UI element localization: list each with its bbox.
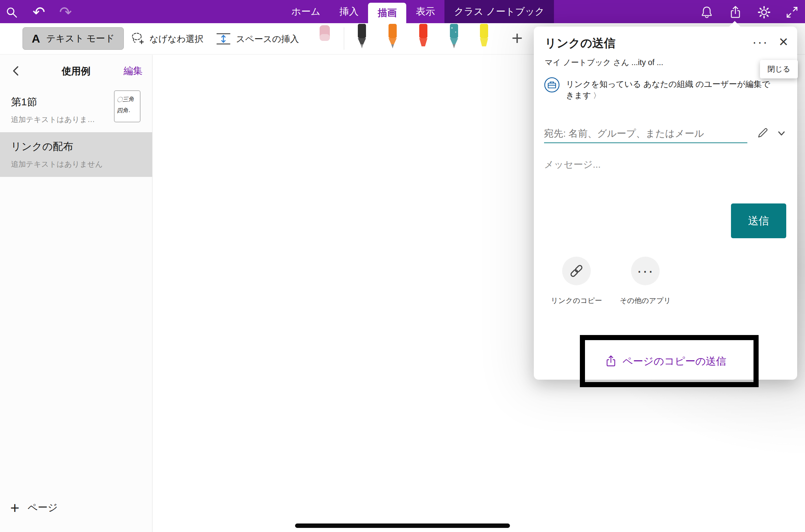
pencil-icon — [756, 126, 770, 140]
other-apps-label: その他のアプリ — [611, 296, 679, 305]
notifications-button[interactable] — [699, 5, 714, 20]
text-mode-label: テキスト モード — [46, 32, 115, 45]
edit-button[interactable]: 編集 — [123, 64, 143, 77]
galaxy-pen-tool[interactable] — [446, 24, 462, 51]
tab-class-notebook[interactable]: クラス ノートブック — [444, 0, 554, 23]
share-button[interactable] — [728, 5, 743, 20]
close-tooltip: 閉じる — [760, 60, 798, 78]
tab-insert[interactable]: 挿入 — [330, 0, 368, 23]
message-input[interactable] — [544, 156, 776, 173]
thumbnail-handwriting-line1: 〇三角 — [116, 93, 138, 105]
red-marker-icon — [415, 24, 431, 50]
settings-button[interactable] — [757, 5, 772, 20]
organization-icon — [544, 77, 560, 93]
text-mode-button[interactable]: A テキスト モード — [23, 27, 124, 50]
copy-link-button[interactable] — [562, 257, 591, 285]
chevron-down-icon — [775, 126, 788, 140]
add-pen-button[interactable]: + — [507, 26, 527, 50]
send-page-copy-button[interactable]: ページのコピーの送信 — [534, 351, 797, 371]
chevron-left-icon — [10, 64, 23, 78]
home-indicator[interactable] — [295, 523, 510, 528]
permission-text: リンクを知っている あなたの組織 のユーザーが編集できます〉 — [566, 77, 777, 101]
top-app-bar: ↶ ↷ ホーム 挿入 描画 表示 クラス ノートブック — [0, 0, 805, 23]
ribbon-tabs: ホーム 挿入 描画 表示 クラス ノートブック — [282, 0, 554, 23]
eraser-icon — [317, 25, 332, 47]
page-thumbnail: 〇三角 四角. — [114, 90, 141, 122]
text-mode-a-icon: A — [32, 32, 40, 45]
toolbar-divider — [344, 27, 344, 50]
sidebar-header: 使用例 編集 — [0, 55, 152, 88]
dialog-close-button[interactable]: × — [775, 33, 792, 50]
tab-draw[interactable]: 描画 — [368, 3, 406, 23]
page-list-item-selected[interactable]: リンクの配布 追加テキストはありません — [0, 132, 152, 177]
dialog-notebook-subtitle: マイ ノートブック さん ...ity of ... — [545, 57, 663, 68]
red-marker-tool[interactable] — [415, 24, 431, 51]
dialog-title: リンクの送信 — [545, 35, 615, 51]
insert-space-icon — [216, 31, 231, 47]
page-title: リンクの配布 — [11, 140, 141, 154]
galaxy-pen-icon — [446, 24, 462, 50]
dialog-more-button[interactable]: ··· — [751, 34, 770, 50]
insert-space-label: スペースの挿入 — [236, 33, 299, 45]
black-pen-icon — [354, 24, 370, 50]
export-icon — [605, 354, 617, 368]
search-icon — [5, 6, 18, 19]
insert-space-button[interactable]: スペースの挿入 — [216, 29, 299, 49]
gear-icon — [758, 6, 771, 19]
link-icon — [569, 263, 584, 279]
share-icon — [729, 5, 742, 19]
link-permission-row[interactable]: リンクを知っている あなたの組織 のユーザーが編集できます〉 — [544, 77, 788, 101]
orange-pen-tool[interactable] — [385, 24, 400, 51]
black-pen-tool[interactable] — [354, 24, 370, 51]
yellow-highlighter-tool[interactable] — [476, 24, 492, 51]
undo-icon: ↶ — [33, 5, 45, 20]
redo-icon: ↷ — [59, 5, 72, 20]
recipient-input[interactable] — [544, 125, 747, 143]
other-apps-button[interactable]: ··· — [631, 257, 660, 285]
yellow-highlighter-icon — [476, 24, 492, 50]
thumbnail-handwriting-line2: 四角. — [116, 104, 138, 116]
lasso-label: なげなわ選択 — [149, 33, 203, 45]
bell-icon — [700, 5, 713, 19]
orange-pen-icon — [385, 24, 400, 50]
ellipsis-icon: ··· — [637, 262, 654, 279]
search-button[interactable] — [4, 5, 19, 20]
undo-button[interactable]: ↶ — [31, 5, 46, 20]
send-page-copy-label: ページのコピーの送信 — [623, 354, 726, 368]
plus-icon: + — [10, 500, 19, 516]
fullscreen-button[interactable] — [785, 5, 800, 20]
add-page-label: ページ — [28, 501, 58, 515]
lasso-select-button[interactable]: なげなわ選択 — [130, 29, 203, 49]
back-button[interactable] — [9, 64, 24, 79]
tab-view[interactable]: 表示 — [406, 0, 444, 23]
expand-icon — [786, 6, 799, 19]
eraser-tool[interactable] — [317, 25, 332, 48]
page-list-sidebar: 使用例 編集 第1節 追加テキストはありま… 〇三角 四角. リンクの配布 追加… — [0, 55, 152, 532]
send-button[interactable]: 送信 — [731, 203, 786, 238]
copy-link-label: リンクのコピー — [542, 296, 611, 305]
tab-home[interactable]: ホーム — [282, 0, 330, 23]
page-subtitle: 追加テキストはありません — [11, 159, 141, 169]
onenote-app: ↶ ↷ ホーム 挿入 描画 表示 クラス ノートブック — [0, 0, 805, 532]
edit-permission-button[interactable] — [755, 125, 771, 141]
chevron-right-icon: 〉 — [593, 91, 601, 100]
lasso-icon — [130, 31, 145, 46]
recipient-options-button[interactable] — [774, 126, 789, 141]
send-link-dialog: リンクの送信 ··· × マイ ノートブック さん ...ity of ... … — [534, 27, 797, 380]
add-page-button[interactable]: + ページ — [10, 500, 58, 516]
redo-button[interactable]: ↷ — [58, 5, 73, 20]
page-list-item[interactable]: 第1節 追加テキストはありま… 〇三角 四角. — [0, 88, 152, 132]
